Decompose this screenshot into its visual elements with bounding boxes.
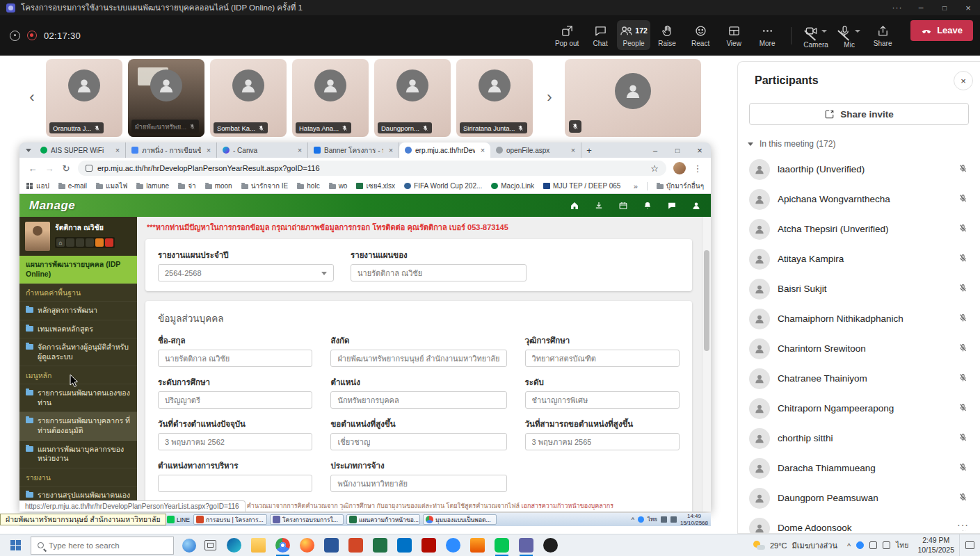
bookmark-item[interactable]: MJU TEP / DEEP 065: [543, 181, 620, 191]
download-icon[interactable]: [594, 201, 604, 211]
bookmark-item[interactable]: น่ารักจาก IE: [241, 181, 289, 191]
strip-prev-icon[interactable]: [26, 87, 38, 108]
taskbar-app-icon[interactable]: [490, 534, 514, 556]
taskbar-app-icon[interactable]: [271, 534, 295, 556]
popout-button[interactable]: Pop out: [550, 20, 584, 50]
browser-maximize-button[interactable]: [666, 142, 689, 158]
user-icon[interactable]: [691, 201, 701, 211]
sidebar-item[interactable]: รายการแผนพัฒนาบุคลากร ที่ท่านต้องอนุมัติ: [19, 412, 137, 440]
taskbar-clock[interactable]: 2:49 PM 10/15/2025: [913, 536, 959, 554]
video-tile[interactable]: Daungporn...: [374, 59, 451, 137]
back-button[interactable]: [25, 163, 40, 174]
taskbar-window-button[interactable]: มุมมองแบบเป็นพอด...: [423, 514, 497, 525]
scrollbar-thumb[interactable]: [704, 250, 709, 351]
mic-off-icon[interactable]: [958, 373, 967, 385]
progress-doc-link[interactable]: เอกสารความก้าวหน้าของบุคลากร: [522, 502, 614, 509]
spotlight-tile[interactable]: [565, 59, 701, 137]
browser-tab[interactable]: erp.mju.ac.th/hrDevelopP...: [399, 142, 490, 158]
bookmark-item[interactable]: wo: [329, 181, 348, 191]
home-icon[interactable]: [570, 201, 579, 211]
display-icon[interactable]: [869, 541, 877, 549]
network-icon[interactable]: [661, 516, 667, 523]
volume-icon[interactable]: [670, 516, 677, 523]
search-input[interactable]: [49, 541, 153, 550]
video-tile[interactable]: Oranuttra J...: [46, 59, 122, 137]
home-mini-icon[interactable]: [56, 238, 65, 247]
mini-icon[interactable]: [86, 238, 94, 247]
bookmark-item[interactable]: holc: [297, 181, 319, 191]
taskbar-window-button[interactable]: โครงการอบรมการใ...: [270, 514, 344, 525]
participant-row[interactable]: Baisri Sukjit: [738, 274, 980, 304]
bookmark-item[interactable]: e-mail: [58, 181, 87, 191]
mic-off-icon[interactable]: [958, 432, 967, 445]
calendar-icon[interactable]: [618, 201, 628, 211]
mic-off-icon[interactable]: [958, 402, 967, 415]
people-button[interactable]: 172 People: [617, 20, 650, 50]
form-input[interactable]: ปริญญาตรี: [158, 391, 312, 409]
participant-row[interactable]: Chatranee Thainiyom: [738, 363, 980, 393]
mic-off-icon[interactable]: [958, 253, 967, 265]
mic-dropdown-icon[interactable]: [855, 30, 860, 33]
sidebar-item[interactable]: รายการแผนพัฒนาตนเองของท่าน: [19, 384, 137, 412]
react-button[interactable]: React: [684, 20, 717, 50]
taskbar-app-icon[interactable]: [246, 534, 271, 556]
participant-row[interactable]: Chitraporn Ngampeerapong: [738, 393, 980, 423]
mini-icon[interactable]: [76, 238, 84, 247]
camera-button[interactable]: Camera: [799, 20, 833, 51]
chat-button[interactable]: Chat: [584, 20, 617, 50]
more-button[interactable]: More: [750, 20, 784, 50]
form-input[interactable]: นักทรัพยากรบุคคล: [330, 391, 506, 409]
language-indicator[interactable]: ไทย: [648, 515, 657, 524]
shared-clock[interactable]: 14:49 15/10/2568: [680, 513, 708, 525]
settings-mini-icon[interactable]: [95, 238, 104, 247]
sidebar-item[interactable]: หลักสูตรการพัฒนา: [19, 302, 137, 320]
form-input[interactable]: 3 พฤษภาคม 2565: [525, 433, 680, 450]
video-tile[interactable]: Hataya Ana...: [292, 59, 369, 137]
browser-tab[interactable]: openFile.aspx: [490, 142, 581, 158]
participant-row[interactable]: laaorthip (Unverified): [738, 154, 980, 184]
participant-row[interactable]: Dome Adoonsook: [738, 513, 980, 534]
taskbar-app-icon[interactable]: [514, 534, 538, 556]
sidebar-item[interactable]: เทมเพลตหลักสูตร: [19, 320, 137, 339]
tray-expand-icon[interactable]: [847, 539, 851, 552]
participant-row[interactable]: Daungporn Peamsuwan: [738, 483, 980, 513]
cortana-icon[interactable]: [182, 539, 196, 553]
panel-close-button[interactable]: [954, 71, 973, 90]
mic-off-icon[interactable]: [958, 193, 967, 206]
meeting-info-icon[interactable]: [10, 31, 20, 41]
strip-next-icon[interactable]: [544, 87, 555, 108]
bookmark-item[interactable]: แมลไฟ: [96, 181, 127, 191]
form-input[interactable]: [158, 475, 312, 492]
browser-minimize-button[interactable]: [644, 142, 666, 158]
plan-of-input[interactable]: นายรัตติกาล ณวิชัย: [351, 264, 527, 281]
taskbar-app-icon[interactable]: [222, 534, 246, 556]
tab-close-icon[interactable]: [387, 146, 395, 154]
bell-icon[interactable]: [643, 201, 652, 211]
taskbar-app-icon[interactable]: [465, 534, 490, 556]
mic-off-icon[interactable]: [958, 343, 967, 355]
volume-icon[interactable]: [883, 541, 890, 549]
bookmark-item[interactable]: เซย4.xlsx: [356, 181, 395, 191]
reload-button[interactable]: [58, 163, 74, 174]
form-input[interactable]: พนักงานมหาวิทยาลัย: [330, 475, 506, 492]
bookmark-item[interactable]: Macjo.Link: [491, 181, 534, 191]
taskbar-app-icon[interactable]: [319, 534, 344, 556]
participant-row[interactable]: Charintorn Srewitoon: [738, 334, 980, 363]
participant-more-icon[interactable]: [954, 519, 972, 530]
taskbar-app-icon[interactable]: [417, 534, 441, 556]
taskbar-app-icon[interactable]: [368, 534, 392, 556]
video-tile[interactable]: ฝ่ายพัฒนาทรัพย...: [128, 59, 204, 137]
form-input[interactable]: เชี่ยวชาญ: [330, 433, 506, 450]
participant-row[interactable]: chorthip sitthi: [738, 423, 980, 453]
maximize-button[interactable]: [933, 0, 956, 15]
leave-button[interactable]: Leave: [910, 20, 973, 41]
video-tile[interactable]: Siriratana Junta...: [456, 59, 533, 137]
tab-close-icon[interactable]: [479, 146, 487, 154]
participant-row[interactable]: Apichana Wongvarnthecha: [738, 184, 980, 214]
tab-close-icon[interactable]: [113, 146, 122, 154]
mic-off-icon[interactable]: [958, 313, 967, 325]
mic-off-icon[interactable]: [958, 462, 967, 475]
action-center-button[interactable]: [959, 534, 980, 556]
browser-tab[interactable]: ภาพนิ่ง - การเขียนข้อความโฆ...: [126, 142, 217, 158]
form-input[interactable]: ชำนาญการพิเศษ: [525, 391, 680, 409]
